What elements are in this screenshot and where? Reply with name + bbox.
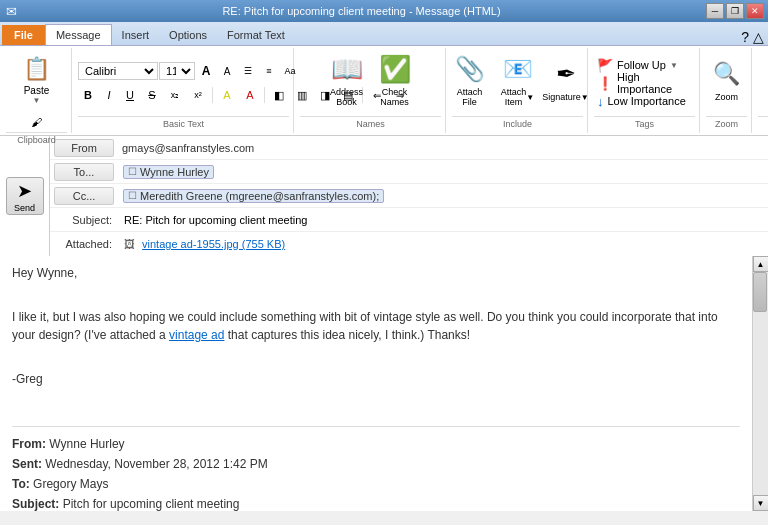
underline-button[interactable]: U xyxy=(120,86,140,104)
quoted-subject-value: Pitch for upcoming client meeting xyxy=(63,497,240,511)
follow-up-arrow: ▼ xyxy=(670,61,678,70)
quoted-subject-label: Subject: xyxy=(12,497,63,511)
attachment-link[interactable]: vintage ad-1955.jpg (755 KB) xyxy=(142,238,285,250)
include-group: 📎 AttachFile 📧 AttachItem ▼ ✒ Signature … xyxy=(448,48,588,133)
zoom-label-group: Zoom xyxy=(706,116,747,131)
zoom-content: 🔍 Zoom xyxy=(705,50,749,116)
low-importance-label: Low Importance xyxy=(608,95,686,107)
subject-input[interactable] xyxy=(124,214,764,226)
include-label: Include xyxy=(452,116,583,131)
font-select[interactable]: Calibri xyxy=(78,62,158,80)
tab-file[interactable]: File xyxy=(2,25,45,45)
italic-button[interactable]: I xyxy=(99,86,119,104)
font-row: Calibri 11 A A ☰ ≡ Aa xyxy=(78,60,300,82)
restore-button[interactable]: ❐ xyxy=(726,3,744,19)
email-body[interactable]: Hey Wynne, I like it, but I was also hop… xyxy=(0,256,752,511)
scroll-track[interactable] xyxy=(753,272,769,495)
tags-content: 🚩 Follow Up ▼ ❗ High Importance ↓ Low Im… xyxy=(594,50,695,116)
align-left-button[interactable]: ◧ xyxy=(268,85,290,105)
send-icon: ➤ xyxy=(17,180,32,202)
tab-insert[interactable]: Insert xyxy=(112,25,160,45)
zoom-button[interactable]: 🔍 Zoom xyxy=(705,50,749,110)
cc-row: Cc... Meredith Greene (mgreene@sanfranst… xyxy=(50,184,768,208)
to-button[interactable]: To... xyxy=(54,163,114,181)
from-row: From gmays@sanfranstyles.com xyxy=(50,136,768,160)
tags-label: Tags xyxy=(594,116,695,131)
divider xyxy=(212,87,213,103)
follow-up-label: Follow Up xyxy=(617,59,666,71)
subscript-button[interactable]: x₂ xyxy=(164,85,186,105)
font-size-select[interactable]: 11 xyxy=(159,62,195,80)
attached-value: 🖼 vintage ad-1955.jpg (755 KB) xyxy=(120,236,768,252)
scroll-thumb[interactable] xyxy=(753,272,767,312)
email-body-container: Hey Wynne, I like it, but I was also hop… xyxy=(0,256,768,511)
tags-group: 🚩 Follow Up ▼ ❗ High Importance ↓ Low Im… xyxy=(590,48,700,133)
send-button[interactable]: ➤ Send xyxy=(6,177,44,215)
quoted-sent-value: Wednesday, November 28, 2012 1:42 PM xyxy=(45,457,267,471)
minimize-button[interactable]: ─ xyxy=(706,3,724,19)
ink-label: Ink xyxy=(758,116,768,131)
quoted-sent-label: Sent: xyxy=(12,457,45,471)
high-importance-button[interactable]: ❗ High Importance xyxy=(594,74,695,92)
paste-button[interactable]: 📋 Paste ▼ xyxy=(15,50,59,110)
send-button-area: ➤ Send xyxy=(0,136,50,256)
address-book-icon: 📖 xyxy=(331,53,363,85)
attach-file-label: AttachFile xyxy=(457,87,483,107)
paste-icon: 📋 xyxy=(21,53,53,85)
start-inking-button[interactable]: ✏ StartInking xyxy=(762,50,768,110)
text-highlight-button[interactable]: A xyxy=(216,85,238,105)
to-value: Wynne Hurley xyxy=(118,162,768,182)
signature-button[interactable]: ✒ Signature ▼ xyxy=(544,50,588,110)
ink-content: ✏ StartInking xyxy=(762,50,768,116)
subject-label: Subject: xyxy=(50,214,120,226)
tab-options[interactable]: Options xyxy=(159,25,217,45)
attach-item-button[interactable]: 📧 AttachItem ▼ xyxy=(496,50,540,110)
strikethrough-button[interactable]: S xyxy=(141,85,163,105)
quoted-from-value: Wynne Hurley xyxy=(49,437,124,451)
subject-row: Subject: xyxy=(50,208,768,232)
from-value: gmays@sanfranstyles.com xyxy=(118,140,768,156)
body-paragraph: I like it, but I was also hoping we coul… xyxy=(12,308,740,344)
to-recipient[interactable]: Wynne Hurley xyxy=(123,165,214,179)
window-title: RE: Pitch for upcoming client meeting - … xyxy=(17,5,706,17)
attach-item-icon: 📧 xyxy=(502,53,534,85)
follow-up-icon: 🚩 xyxy=(597,58,613,73)
cc-button[interactable]: Cc... xyxy=(54,187,114,205)
signature-icon: ✒ xyxy=(550,58,582,90)
signature-label: Signature ▼ xyxy=(542,92,588,102)
divider2 xyxy=(264,87,265,103)
quoted-to-label: To: xyxy=(12,477,33,491)
attached-label: Attached: xyxy=(50,238,120,250)
close-button[interactable]: ✕ xyxy=(746,3,764,19)
list2-button[interactable]: ≡ xyxy=(259,62,279,80)
high-importance-icon: ❗ xyxy=(597,76,613,91)
address-book-button[interactable]: 📖 AddressBook xyxy=(325,50,369,110)
check-names-button[interactable]: ✅ Check Names xyxy=(373,50,417,110)
shrink-font-button[interactable]: A xyxy=(217,62,237,80)
list-button[interactable]: ☰ xyxy=(238,62,258,80)
low-importance-button[interactable]: ↓ Low Importance xyxy=(594,92,689,110)
low-importance-icon: ↓ xyxy=(597,94,604,109)
check-names-label: Check Names xyxy=(376,87,414,107)
cc-recipient[interactable]: Meredith Greene (mgreene@sanfranstyles.c… xyxy=(123,189,384,203)
superscript-button[interactable]: x² xyxy=(187,85,209,105)
expand-icon[interactable]: △ xyxy=(753,29,764,45)
check-names-icon: ✅ xyxy=(379,53,411,85)
tab-format-text[interactable]: Format Text xyxy=(217,25,295,45)
scroll-up-button[interactable]: ▲ xyxy=(753,256,769,272)
vintage-ad-link[interactable]: vintage ad xyxy=(169,328,224,342)
bold-button[interactable]: B xyxy=(78,86,98,104)
attach-file-button[interactable]: 📎 AttachFile xyxy=(448,50,492,110)
ribbon: 📋 Paste ▼ 🖌 Clipboard Calibri 11 A xyxy=(0,46,768,136)
window-controls: ─ ❐ ✕ xyxy=(706,3,764,19)
scroll-down-button[interactable]: ▼ xyxy=(753,495,769,511)
divider-line xyxy=(12,426,740,427)
format-painter-button[interactable]: 🖌 xyxy=(26,112,48,132)
grow-font-button[interactable]: A xyxy=(196,62,216,80)
font-color-button[interactable]: A xyxy=(239,85,261,105)
quoted-section: From: Wynne Hurley Sent: Wednesday, Nove… xyxy=(12,435,740,511)
attach-file-icon: 📎 xyxy=(454,53,486,85)
basic-text-content: Calibri 11 A A ☰ ≡ Aa B I U S x₂ x² A xyxy=(78,50,289,116)
tab-message[interactable]: Message xyxy=(45,24,112,45)
help-icon[interactable]: ? xyxy=(741,29,749,45)
